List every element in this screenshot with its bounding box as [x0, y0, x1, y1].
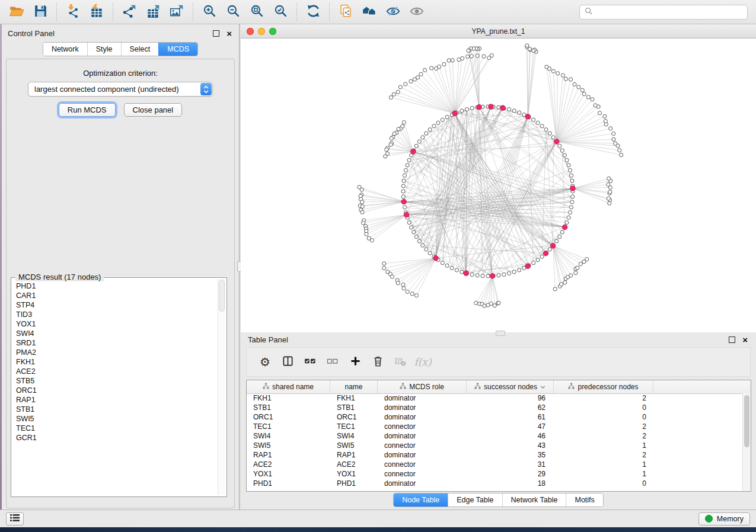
hide-selected-icon	[385, 4, 401, 21]
column-header-name[interactable]: name	[330, 380, 378, 393]
first-neighbors-button[interactable]	[358, 2, 381, 22]
mcds-result-item[interactable]: CAR1	[16, 291, 217, 300]
import-network-icon	[65, 4, 81, 21]
table-row[interactable]: PHD1PHD1dominator180	[247, 479, 743, 488]
mcds-result-item[interactable]: STB1	[16, 405, 217, 414]
mcds-result-item[interactable]: STP4	[16, 300, 217, 310]
window-close-button[interactable]	[247, 28, 254, 35]
optimization-criterion-label: Optimization criterion:	[7, 69, 234, 78]
table-row[interactable]: YOX1YOX1connector291	[247, 469, 743, 479]
table-panel-float-button[interactable]	[728, 335, 736, 344]
table-row[interactable]: RAP1RAP1dominator352	[247, 450, 743, 460]
mcds-result-item[interactable]: FKH1	[16, 357, 217, 367]
mcds-list-scrollbar[interactable]	[218, 279, 225, 495]
table-row[interactable]: TEC1TEC1connector472	[247, 422, 743, 431]
mcds-result-item[interactable]: SWI5	[16, 414, 217, 424]
scrollbar-thumb[interactable]	[744, 395, 749, 447]
select-all-button[interactable]	[299, 351, 321, 373]
table-tab-network-table[interactable]: Network Table	[502, 493, 566, 507]
save-session-button[interactable]	[28, 2, 52, 22]
mcds-result-item[interactable]: SWI4	[16, 329, 217, 338]
toolbar-separator	[329, 3, 330, 21]
status-bar: Memory	[0, 509, 756, 527]
desktop-bottom-strip	[0, 527, 756, 532]
zoom-fit-button[interactable]	[245, 2, 269, 22]
column-header-predecessor-nodes[interactable]: predecessor nodes	[554, 380, 653, 393]
zoom-selected-button[interactable]	[269, 2, 292, 22]
float-icon	[729, 336, 735, 343]
column-header-MCDS-role[interactable]: MCDS role	[378, 380, 467, 393]
open-file-button[interactable]	[5, 2, 28, 22]
close-panel-button[interactable]: Close panel	[124, 103, 183, 117]
mcds-result-item[interactable]: TEC1	[16, 424, 217, 433]
import-table-button[interactable]	[85, 2, 109, 22]
scrollbar-thumb[interactable]	[219, 280, 225, 312]
toolbar-separator	[56, 3, 57, 21]
show-columns-button[interactable]	[276, 351, 299, 373]
window-controls	[247, 28, 276, 35]
network-graph-svg[interactable]	[241, 39, 756, 332]
export-network-button[interactable]	[117, 2, 141, 22]
search-box[interactable]	[579, 5, 748, 20]
table-row[interactable]: ORC1ORC1dominator610	[247, 412, 743, 422]
duplicate-network-button[interactable]	[334, 2, 358, 22]
table-row[interactable]: STB1STB1dominator620	[247, 403, 743, 412]
table-row[interactable]: ACE2ACE2connector311	[247, 460, 743, 469]
zoom-selected-icon	[273, 4, 288, 20]
zoom-fit-icon	[250, 4, 264, 20]
deselect-all-button[interactable]	[321, 351, 344, 373]
mcds-result-item[interactable]: ORC1	[16, 386, 217, 395]
mcds-result-item[interactable]: PHD1	[16, 281, 217, 291]
search-input[interactable]	[596, 7, 742, 17]
network-canvas[interactable]	[241, 39, 756, 332]
mcds-result-item[interactable]: TID3	[16, 310, 217, 319]
zoom-out-button[interactable]	[221, 2, 245, 22]
mcds-result-item[interactable]: SRD1	[16, 338, 217, 348]
table-row[interactable]: SWI5SWI5connector431	[247, 441, 743, 450]
column-header-successor-nodes[interactable]: successor nodes	[467, 380, 554, 393]
mcds-result-list[interactable]: PHD1CAR1STP4TID3YOX1SWI4SRD1PMA2FKH1ACE2…	[12, 280, 217, 495]
mcds-result-item[interactable]: STB5	[16, 376, 217, 386]
run-mcds-button[interactable]: Run MCDS	[59, 103, 116, 117]
mcds-result-item[interactable]: GCR1	[16, 433, 217, 443]
tab-style[interactable]: Style	[87, 43, 121, 56]
panel-menu-button[interactable]	[6, 512, 24, 525]
mcds-result-item[interactable]: RAP1	[16, 395, 217, 405]
window-zoom-button[interactable]	[269, 28, 276, 35]
export-image-button[interactable]	[165, 2, 189, 22]
control-panel-header: Control Panel ×	[2, 24, 239, 42]
table-tab-node-table[interactable]: Node Table	[394, 493, 448, 507]
control-panel-float-button[interactable]	[212, 29, 221, 38]
settings-button[interactable]: ⚙	[254, 351, 276, 373]
zoom-in-icon	[202, 4, 217, 20]
mcds-result-item[interactable]: ACE2	[16, 367, 217, 376]
tab-network[interactable]: Network	[43, 43, 87, 56]
show-all-button[interactable]	[405, 2, 429, 22]
refresh-view-button[interactable]	[301, 2, 325, 22]
zoom-in-button[interactable]	[197, 2, 221, 22]
table-tab-group: Node TableEdge TableNetwork TableMotifs	[393, 493, 604, 507]
mcds-result-item[interactable]: PMA2	[16, 348, 217, 357]
import-network-button[interactable]	[61, 2, 85, 22]
window-minimize-button[interactable]	[258, 28, 265, 35]
memory-button[interactable]: Memory	[698, 512, 750, 525]
hide-selected-button[interactable]	[381, 2, 405, 22]
tab-mcds[interactable]: MCDS	[158, 43, 197, 56]
mcds-result-item[interactable]: YOX1	[16, 319, 217, 329]
table-scrollbar[interactable]	[742, 393, 751, 491]
horizontal-splitter[interactable]	[496, 331, 505, 336]
table-row[interactable]: FKH1FKH1dominator962	[247, 393, 743, 403]
export-table-button[interactable]	[141, 2, 165, 22]
optimization-criterion-select[interactable]: largest connected component (undirected)	[28, 82, 213, 97]
function-builder-button: f(x)	[412, 351, 434, 373]
add-column-button[interactable]	[344, 351, 366, 373]
table-tab-edge-table[interactable]: Edge Table	[448, 493, 502, 507]
settings-icon: ⚙	[260, 356, 270, 368]
control-panel-close-button[interactable]: ×	[225, 28, 233, 39]
delete-column-button[interactable]	[366, 351, 389, 373]
table-tab-motifs[interactable]: Motifs	[566, 493, 602, 507]
table-panel-close-button[interactable]: ×	[741, 334, 749, 345]
tab-select[interactable]: Select	[121, 43, 159, 56]
table-row[interactable]: SWI4SWI4dominator462	[247, 431, 743, 441]
column-header-shared-name[interactable]: shared name	[247, 380, 330, 393]
